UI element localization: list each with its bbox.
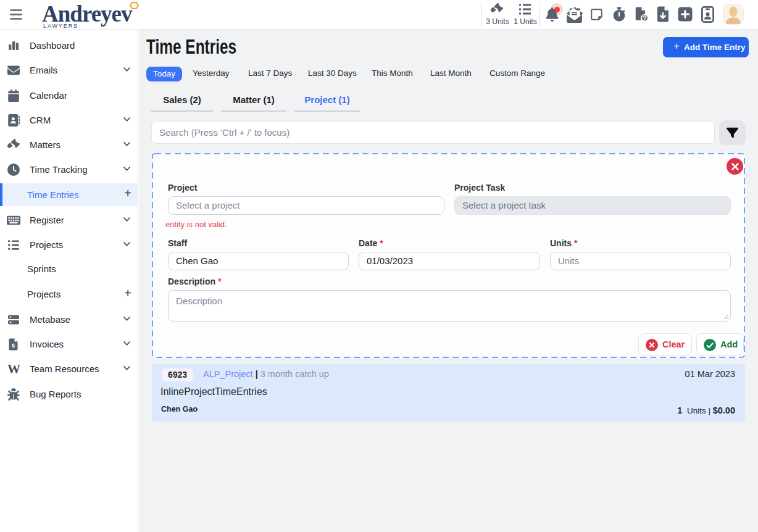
svg-text:$: $	[12, 342, 15, 349]
